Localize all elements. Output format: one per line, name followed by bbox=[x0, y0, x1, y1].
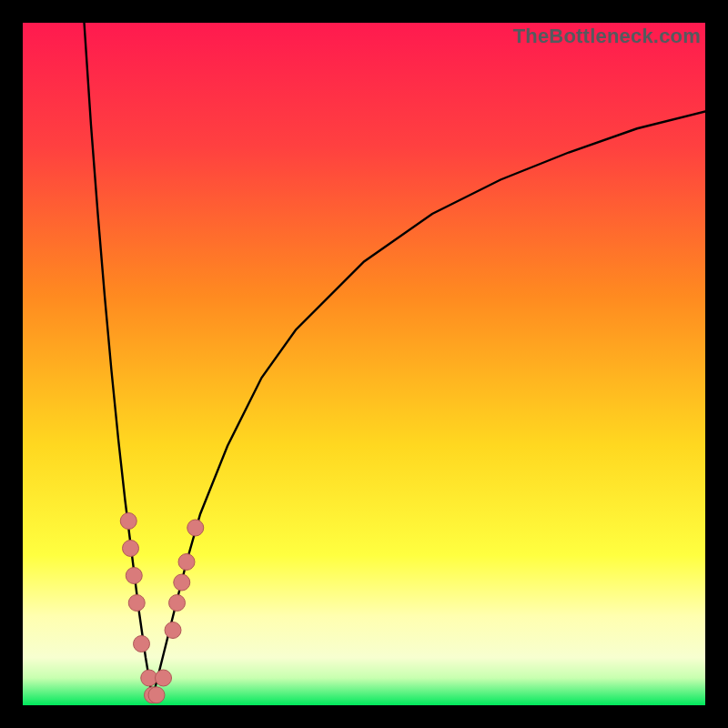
plot-area: TheBottleneck.com bbox=[23, 23, 705, 705]
marker-dot bbox=[156, 670, 172, 686]
marker-dot bbox=[134, 636, 150, 652]
marker-dot bbox=[178, 554, 195, 571]
marker-dot bbox=[174, 574, 190, 591]
marker-dot bbox=[120, 513, 136, 530]
trough-markers bbox=[120, 513, 204, 703]
marker-dot bbox=[169, 595, 186, 612]
marker-dot bbox=[123, 541, 139, 557]
curve-layer bbox=[23, 23, 705, 705]
marker-dot bbox=[148, 687, 165, 703]
marker-dot bbox=[126, 568, 142, 584]
curve-right-branch bbox=[153, 112, 706, 699]
marker-dot bbox=[165, 622, 181, 639]
marker-dot bbox=[187, 520, 204, 536]
chart-frame: { "watermark": "TheBottleneck.com", "col… bbox=[0, 0, 728, 728]
marker-dot bbox=[128, 595, 145, 612]
